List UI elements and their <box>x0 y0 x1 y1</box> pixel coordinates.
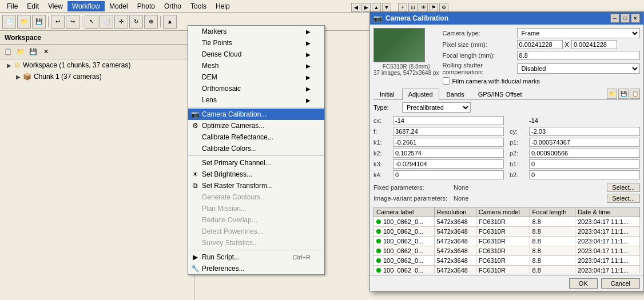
menubar: File Edit View Workflow Model Photo Orth… <box>0 0 644 13</box>
menu-model[interactable]: Model <box>105 1 133 11</box>
rectangle-select-button[interactable]: ⬜ <box>100 15 113 29</box>
rolling-shutter-dropdown[interactable]: Disabled <box>517 63 640 74</box>
ws-save-btn[interactable]: 💾 <box>27 46 39 58</box>
dialog-minimize-btn[interactable]: ─ <box>610 14 619 23</box>
nav-down-btn[interactable]: ▼ <box>382 3 391 12</box>
tab-folder-btn[interactable]: 📁 <box>607 89 617 99</box>
cell-camera-label: 100_0862_0... <box>374 246 435 256</box>
menu-tie-points[interactable]: Tie Points ▶ <box>188 37 324 49</box>
dialog-maximize-btn[interactable]: □ <box>621 14 630 23</box>
ws-remove-btn[interactable]: ✕ <box>40 46 51 58</box>
image-variant-select-btn[interactable]: Select... <box>607 194 640 203</box>
menu-photo[interactable]: Photo <box>133 1 160 11</box>
tab-gps-ins-offset[interactable]: GPS/INS Offset <box>472 89 528 99</box>
select-button[interactable]: ↖ <box>85 15 98 29</box>
menu-set-raster-transform[interactable]: ⧉ Set Raster Transform... <box>188 180 324 191</box>
menu-reduce-overlap[interactable]: Reduce Overlap... <box>188 214 324 226</box>
nav-forward-btn[interactable]: ▶ <box>361 3 371 12</box>
menu-generate-contours[interactable]: Generate Contours... <box>188 191 324 203</box>
chunk-item[interactable]: ▶ 📦 Chunk 1 (37 cameras) <box>0 71 194 82</box>
p2-input[interactable] <box>529 149 640 158</box>
ws-folder-btn[interactable]: 📁 <box>15 46 26 58</box>
menu-dense-cloud[interactable]: Dense Cloud ▶ <box>188 49 324 60</box>
menu-markers[interactable]: Markers ▶ <box>188 26 324 37</box>
tab-save-btn[interactable]: 💾 <box>618 89 629 99</box>
tab-bands[interactable]: Bands <box>440 89 471 99</box>
menu-help[interactable]: Help <box>211 1 234 11</box>
move-button[interactable]: ✛ <box>114 15 128 29</box>
menu-view[interactable]: View <box>43 1 67 11</box>
rotate-button[interactable]: ↻ <box>129 15 143 29</box>
menu-tools[interactable]: Tools <box>186 1 211 11</box>
menu-orthomosaic[interactable]: Orthomosaic ▶ <box>188 83 324 94</box>
menu-set-primary-channel[interactable]: Set Primary Channel... <box>188 157 324 169</box>
k4-input[interactable] <box>393 170 504 179</box>
f-input[interactable] <box>393 127 504 136</box>
flag-btn[interactable]: ⚑ <box>429 3 438 12</box>
zoom-in-btn[interactable]: + <box>398 3 407 12</box>
pixel-size-x-input[interactable] <box>517 40 563 49</box>
table-row[interactable]: 100_0862_0... 5472x3648 FC6310R 8.8 2023… <box>374 256 640 266</box>
nav-up-btn[interactable]: ▲ <box>372 3 381 12</box>
arrow-up-button[interactable]: ▲ <box>163 15 177 29</box>
k2-input[interactable] <box>393 149 504 158</box>
cx-input[interactable] <box>393 116 504 125</box>
undo-button[interactable]: ↩ <box>51 15 65 29</box>
table-row[interactable]: 100_0862_0... 5472x3648 FC6310R 8.8 2023… <box>374 237 640 246</box>
b2-input[interactable] <box>529 170 640 179</box>
view-btn[interactable]: 👁 <box>419 3 428 12</box>
menu-edit[interactable]: Edit <box>22 1 43 11</box>
ws-add-btn[interactable]: 📋 <box>2 46 14 58</box>
menu-calibrate-reflectance[interactable]: Calibrate Reflectance... <box>188 131 324 143</box>
menu-mesh[interactable]: Mesh ▶ <box>188 60 324 71</box>
tab-adjusted[interactable]: Adjusted <box>402 89 439 100</box>
save-button[interactable]: 💾 <box>32 15 46 29</box>
status-dot-icon <box>376 239 381 243</box>
workspace-root-item[interactable]: ▶ 🖥 Workspace (1 chunks, 37 cameras) <box>0 59 194 71</box>
ok-button[interactable]: OK <box>569 278 598 289</box>
k1-input[interactable] <box>393 138 504 147</box>
nav-back-btn[interactable]: ◀ <box>351 3 360 12</box>
p2-row: p2: <box>510 149 640 158</box>
menu-plan-mission[interactable]: Plan Mission... <box>188 203 324 214</box>
menu-preferences[interactable]: 🔧 Preferences... <box>188 263 324 274</box>
menu-survey-statistics[interactable]: Survey Statistics... <box>188 237 324 249</box>
table-row[interactable]: 100_0862_0... 5472x3648 FC6310R 8.8 2023… <box>374 217 640 227</box>
menu-lens[interactable]: Lens ▶ <box>188 94 324 106</box>
table-row[interactable]: 100_0862_0... 5472x3648 FC6310R 8.8 2023… <box>374 266 640 274</box>
menu-file[interactable]: File <box>2 1 22 11</box>
menu-set-brightness[interactable]: ☀ Set Brightness... <box>188 169 324 180</box>
new-button[interactable]: 📄 <box>2 15 16 29</box>
add-marker-button[interactable]: ⊕ <box>144 15 158 29</box>
dialog-close-btn[interactable]: ✕ <box>631 14 640 23</box>
cancel-button[interactable]: Cancel <box>601 278 640 289</box>
menu-calibrate-colors[interactable]: Calibrate Colors... <box>188 143 324 154</box>
film-camera-checkbox[interactable] <box>443 77 450 85</box>
b1-input[interactable] <box>529 159 640 169</box>
menu-workflow[interactable]: Workflow <box>67 1 105 11</box>
camera-type-dropdown[interactable]: Frame <box>517 28 640 38</box>
p1-input[interactable] <box>529 138 640 147</box>
menu-camera-calibration[interactable]: 📷 Camera Calibration... <box>188 109 324 120</box>
raster-transform-icon: ⧉ <box>190 181 200 190</box>
menu-ortho[interactable]: Ortho <box>160 1 186 11</box>
table-row[interactable]: 100_0862_0... 5472x3648 FC6310R 8.8 2023… <box>374 246 640 256</box>
type-dropdown[interactable]: Precalibrated <box>402 102 471 113</box>
redo-button[interactable]: ↪ <box>66 15 79 29</box>
menu-optimize-cameras[interactable]: ⚙ Optimize Cameras... <box>188 120 324 131</box>
focal-length-input[interactable] <box>517 51 640 60</box>
table-row[interactable]: 100_0862_0... 5472x3648 FC6310R 8.8 2023… <box>374 227 640 237</box>
k3-input[interactable] <box>393 159 504 169</box>
open-button[interactable]: 📁 <box>17 15 31 29</box>
zoom-fit-btn[interactable]: ⊡ <box>408 3 418 12</box>
cy-input[interactable] <box>529 127 640 136</box>
fixed-params-select-btn[interactable]: Select... <box>607 183 640 192</box>
tab-initial[interactable]: Initial <box>373 89 401 99</box>
menu-dem[interactable]: DEM ▶ <box>188 71 324 83</box>
tab-copy-btn[interactable]: 📋 <box>630 89 640 99</box>
menu-detect-powerlines[interactable]: Detect Powerlines... <box>188 226 324 237</box>
pixel-size-y-input[interactable] <box>571 40 617 49</box>
settings-btn[interactable]: ⚙ <box>439 3 448 12</box>
menu-run-script[interactable]: ▶ Run Script... Ctrl+R <box>188 251 324 263</box>
cell-resolution: 5472x3648 <box>434 246 476 256</box>
